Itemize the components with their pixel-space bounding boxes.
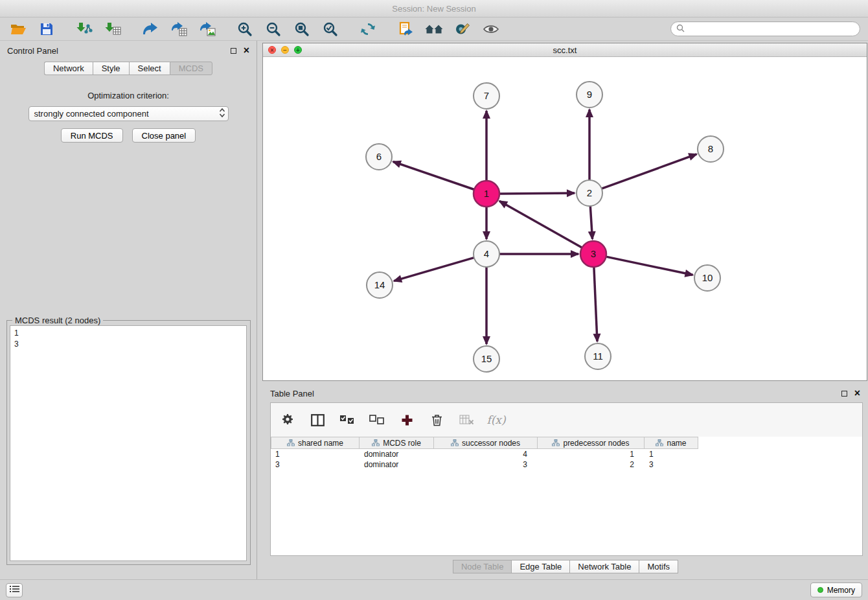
search-field[interactable]	[670, 21, 860, 36]
graph-node-11[interactable]: 11	[585, 343, 611, 369]
close-panel-button[interactable]: Close panel	[132, 128, 196, 143]
minimize-window-icon[interactable]: −	[281, 46, 289, 54]
network-graph[interactable]: 7968124314101511	[263, 58, 867, 381]
import-network-icon[interactable]	[74, 19, 95, 39]
show-columns-icon[interactable]	[306, 409, 329, 431]
open-file-icon[interactable]	[8, 19, 29, 39]
table-rows: 1dominator4113dominator323	[271, 449, 862, 470]
apply-style-icon[interactable]	[452, 19, 473, 39]
table-cell[interactable]: dominator	[360, 459, 434, 470]
tab-motifs[interactable]: Motifs	[639, 560, 678, 573]
tab-style[interactable]: Style	[93, 62, 129, 75]
select-all-icon[interactable]	[336, 409, 359, 431]
edge-3-11[interactable]	[594, 267, 597, 341]
zoom-window-icon[interactable]: +	[294, 46, 302, 54]
attribute-type-icon	[656, 439, 663, 446]
zoom-out-icon[interactable]	[263, 19, 284, 39]
tab-network-table[interactable]: Network Table	[569, 560, 639, 573]
edge-1-2[interactable]	[499, 193, 575, 194]
svg-text:8: 8	[708, 143, 713, 154]
edge-3-10[interactable]	[606, 257, 693, 275]
run-mcds-button[interactable]: Run MCDS	[61, 128, 123, 143]
zoom-in-icon[interactable]	[234, 19, 255, 39]
select-stepper-icon	[219, 108, 225, 120]
mcds-result-list[interactable]: 13	[10, 325, 247, 561]
tab-network[interactable]: Network	[44, 62, 93, 75]
close-panel-icon[interactable]: ×	[244, 47, 249, 54]
edge-2-8[interactable]	[602, 154, 697, 189]
memory-label: Memory	[827, 586, 855, 595]
home-icon[interactable]	[424, 19, 444, 39]
save-session-icon[interactable]	[36, 19, 57, 39]
graph-node-14[interactable]: 14	[367, 272, 393, 298]
task-history-button[interactable]	[6, 583, 23, 597]
search-icon	[676, 24, 685, 34]
export-table-icon[interactable]	[168, 19, 189, 39]
control-panel-title: Control Panel	[7, 46, 58, 56]
tab-edge-table[interactable]: Edge Table	[511, 560, 570, 573]
table-cell[interactable]: dominator	[360, 449, 434, 459]
export-image-icon[interactable]	[197, 19, 218, 39]
column-header-shared-name[interactable]: shared name	[271, 437, 360, 449]
show-hide-icon[interactable]	[481, 19, 501, 39]
tab-mcds[interactable]: MCDS	[170, 62, 212, 75]
tab-select[interactable]: Select	[129, 62, 170, 75]
float-panel-icon[interactable]	[231, 48, 236, 54]
window-title-bar: Session: New Session	[0, 0, 868, 17]
add-row-icon[interactable]	[395, 409, 418, 431]
mcds-result-item[interactable]: 1	[14, 328, 242, 339]
column-header-MCDS-role[interactable]: MCDS role	[360, 437, 434, 449]
column-header-predecessor-nodes[interactable]: predecessor nodes	[538, 437, 645, 449]
copy-style-icon[interactable]	[395, 19, 416, 39]
table-cell[interactable]: 2	[538, 459, 645, 470]
column-header-successor-nodes[interactable]: successor nodes	[434, 437, 538, 449]
table-cell[interactable]: 3	[434, 459, 538, 470]
graph-node-4[interactable]: 4	[474, 241, 499, 267]
edge-1-6[interactable]	[393, 162, 474, 190]
graph-node-7[interactable]: 7	[474, 83, 499, 109]
zoom-fit-icon[interactable]	[291, 19, 312, 39]
tab-node-table[interactable]: Node Table	[453, 560, 512, 573]
table-cell[interactable]: 1	[271, 449, 360, 459]
main-toolbar	[0, 17, 868, 41]
memory-status-icon	[817, 587, 823, 593]
delete-row-icon[interactable]	[425, 409, 448, 431]
table-row[interactable]: 3dominator323	[271, 459, 862, 470]
table-cell[interactable]: 3	[271, 459, 360, 470]
control-panel-tabs: NetworkStyleSelectMCDS	[0, 62, 257, 75]
column-header-name[interactable]: name	[645, 437, 698, 449]
table-cell[interactable]: 4	[434, 449, 538, 459]
svg-text:14: 14	[374, 279, 385, 290]
edge-3-1[interactable]	[499, 201, 582, 248]
edge-2-3[interactable]	[590, 206, 592, 239]
table-cell[interactable]: 1	[645, 449, 698, 459]
table-cell[interactable]: 1	[538, 449, 645, 459]
graph-node-10[interactable]: 10	[694, 265, 720, 291]
table-cell[interactable]: 3	[645, 459, 698, 470]
float-table-panel-icon[interactable]	[841, 391, 847, 397]
table-header-row: shared nameMCDS rolesuccessor nodesprede…	[271, 437, 862, 449]
refresh-icon[interactable]	[358, 19, 378, 39]
graph-node-6[interactable]: 6	[366, 144, 392, 170]
import-table-icon[interactable]	[102, 19, 123, 39]
graph-node-8[interactable]: 8	[698, 136, 724, 162]
optimization-criterion-select[interactable]: strongly connected component	[29, 106, 229, 121]
settings-gear-icon[interactable]	[276, 409, 299, 431]
search-input[interactable]	[688, 25, 854, 34]
deselect-all-icon[interactable]	[365, 409, 389, 431]
graph-node-2[interactable]: 2	[577, 180, 602, 206]
zoom-selected-icon[interactable]	[320, 19, 341, 39]
export-network-icon[interactable]	[140, 19, 161, 39]
close-table-panel-icon[interactable]: ×	[854, 389, 860, 397]
close-window-icon[interactable]: ×	[268, 46, 276, 54]
table-row[interactable]: 1dominator411	[271, 449, 862, 459]
edge-4-14[interactable]	[394, 258, 474, 281]
network-canvas[interactable]: 7968124314101511	[263, 58, 867, 381]
mcds-result-item[interactable]: 3	[14, 339, 242, 350]
svg-text:4: 4	[484, 248, 489, 259]
memory-button[interactable]: Memory	[810, 583, 862, 597]
graph-node-15[interactable]: 15	[474, 346, 499, 372]
graph-node-1[interactable]: 1	[474, 181, 499, 207]
graph-node-3[interactable]: 3	[580, 241, 606, 267]
graph-node-9[interactable]: 9	[577, 82, 602, 108]
